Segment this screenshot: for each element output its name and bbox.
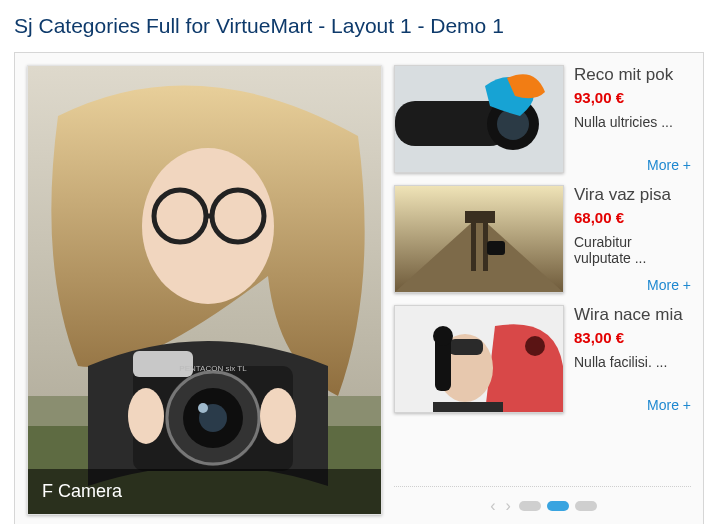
product-price: 68,00 € (574, 209, 691, 226)
product-price: 83,00 € (574, 329, 691, 346)
product-desc: Nulla ultricies ... (574, 114, 691, 130)
svg-rect-25 (465, 211, 495, 223)
product-meta: Vira vaz pisa 68,00 € Curabitur vulputat… (574, 185, 691, 293)
product-desc: Nulla facilisi. ... (574, 354, 691, 370)
list-item: Reco mit pok 93,00 € Nulla ultricies ...… (394, 65, 691, 173)
svg-rect-31 (433, 402, 503, 412)
product-title[interactable]: Reco mit pok (574, 65, 691, 85)
product-meta: Reco mit pok 93,00 € Nulla ultricies ...… (574, 65, 691, 173)
svg-rect-26 (487, 241, 505, 255)
list-item: Vira vaz pisa 68,00 € Curabitur vulputat… (394, 185, 691, 293)
list-item: Wira nace mia 83,00 € Nulla facilisi. ..… (394, 305, 691, 413)
svg-point-15 (128, 388, 164, 444)
svg-text:PENTACON six TL: PENTACON six TL (179, 364, 247, 373)
svg-point-33 (433, 326, 453, 346)
product-thumb[interactable] (394, 65, 564, 173)
pager-dot[interactable] (575, 501, 597, 511)
feature-caption: F Camera (28, 469, 381, 514)
feature-image[interactable]: PENTACON six TL F Camera (27, 65, 382, 515)
next-arrow-icon[interactable]: › (504, 497, 513, 515)
svg-rect-30 (449, 339, 483, 355)
product-title[interactable]: Vira vaz pisa (574, 185, 691, 205)
product-thumb[interactable] (394, 185, 564, 293)
pager: ‹ › (394, 486, 691, 515)
more-link[interactable]: More + (647, 277, 691, 293)
widget-panel: PENTACON six TL F Camera (14, 52, 704, 524)
product-column: Reco mit pok 93,00 € Nulla ultricies ...… (394, 65, 691, 515)
more-link[interactable]: More + (647, 157, 691, 173)
product-desc: Curabitur vulputate ... (574, 234, 691, 266)
svg-rect-23 (471, 216, 476, 271)
more-link[interactable]: More + (647, 397, 691, 413)
product-meta: Wira nace mia 83,00 € Nulla facilisi. ..… (574, 305, 691, 413)
page-title: Sj Categories Full for VirtueMart - Layo… (14, 14, 704, 38)
product-title[interactable]: Wira nace mia (574, 305, 691, 325)
svg-point-13 (198, 403, 208, 413)
svg-point-28 (525, 336, 545, 356)
pager-dot[interactable] (519, 501, 541, 511)
product-thumb[interactable] (394, 305, 564, 413)
svg-point-16 (260, 388, 296, 444)
pager-dot[interactable] (547, 501, 569, 511)
product-price: 93,00 € (574, 89, 691, 106)
prev-arrow-icon[interactable]: ‹ (488, 497, 497, 515)
product-list: Reco mit pok 93,00 € Nulla ultricies ...… (394, 65, 691, 474)
svg-point-3 (142, 148, 274, 304)
